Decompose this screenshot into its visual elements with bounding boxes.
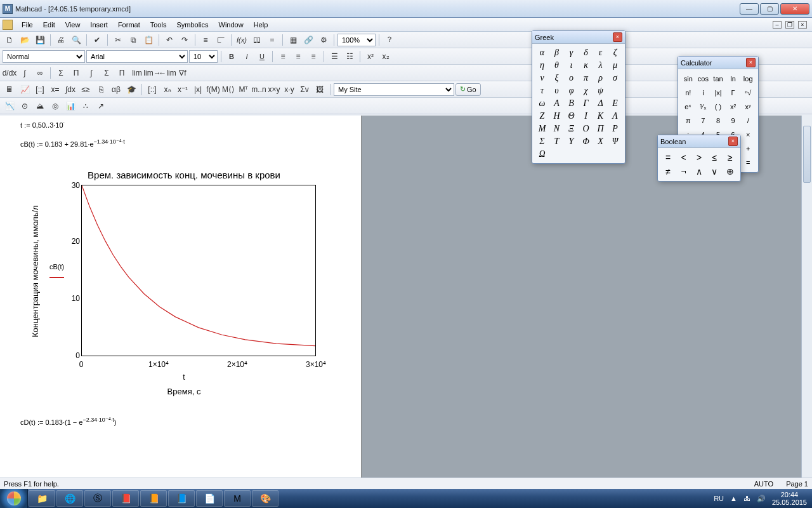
tray-lang[interactable]: RU: [714, 495, 724, 502]
greek-cell[interactable]: σ: [608, 72, 622, 84]
calc-cell[interactable]: π: [681, 114, 696, 128]
col-icon[interactable]: M⟨⟩: [221, 83, 235, 97]
greek-cell[interactable]: Λ: [608, 110, 622, 123]
redo-icon[interactable]: ↷: [178, 33, 192, 47]
sumv-icon[interactable]: Σv: [298, 83, 311, 97]
program-palette-icon[interactable]: ⎘: [94, 83, 108, 97]
calc-cell[interactable]: n!: [681, 86, 696, 100]
subscript-icon[interactable]: x₂: [379, 50, 393, 64]
sum2-icon[interactable]: Σ: [100, 66, 114, 80]
insert-table-icon[interactable]: ▦: [286, 33, 300, 47]
task-skype[interactable]: Ⓢ: [84, 490, 111, 507]
open-icon[interactable]: 📂: [18, 33, 32, 47]
paste-icon[interactable]: 📋: [141, 33, 155, 47]
greek-cell[interactable]: [608, 84, 622, 97]
maximize-button[interactable]: ▢: [760, 3, 779, 15]
minimize-button[interactable]: —: [740, 3, 759, 15]
document-area[interactable]: t := 0,50..3·10· cB(t) := 0.183 + 29.81·…: [0, 116, 362, 478]
zoom-select[interactable]: 100%: [337, 34, 376, 46]
task-doc2[interactable]: 📄: [196, 490, 223, 507]
task-reader[interactable]: 📕: [112, 490, 139, 507]
align-left-icon[interactable]: ≡: [276, 50, 290, 64]
greek-cell[interactable]: Υ: [564, 135, 579, 148]
calc-cell[interactable]: ⁿ√: [740, 86, 756, 100]
integral2-icon[interactable]: ∫: [84, 66, 98, 80]
vertical-scrollbar[interactable]: [801, 116, 812, 478]
menu-format[interactable]: Format: [113, 20, 145, 30]
transpose-icon[interactable]: Mᵀ: [237, 83, 251, 97]
mdi-close[interactable]: ×: [798, 21, 807, 29]
limit-icon[interactable]: lim: [130, 66, 144, 80]
greek-cell[interactable]: κ: [579, 59, 593, 72]
greek-cell[interactable]: Ν: [549, 123, 564, 135]
infinity-icon[interactable]: ∞: [33, 66, 47, 80]
greek-cell[interactable]: Ξ: [564, 123, 579, 135]
bool-cell[interactable]: ∧: [691, 164, 707, 178]
menu-edit[interactable]: Edit: [38, 20, 60, 30]
symbolic-palette-icon[interactable]: 🎓: [124, 83, 138, 97]
greek-cell[interactable]: Π: [593, 123, 608, 135]
limit-l-icon[interactable]: ←lim: [160, 66, 174, 80]
greek-cell[interactable]: [549, 148, 564, 161]
calc-cell[interactable]: xʸ: [740, 100, 756, 114]
greek-cell[interactable]: Κ: [593, 110, 608, 123]
calc-cell[interactable]: x²: [726, 100, 741, 114]
font-select[interactable]: Arial: [86, 50, 188, 63]
menu-help[interactable]: Help: [249, 20, 273, 30]
subscript2-icon[interactable]: xₙ: [160, 83, 174, 97]
limit-r-icon[interactable]: lim→: [145, 66, 159, 80]
mdi-min[interactable]: –: [773, 21, 782, 29]
preview-icon[interactable]: 🔍: [69, 33, 83, 47]
eval-palette-icon[interactable]: x=: [48, 83, 62, 97]
bold-icon[interactable]: B: [225, 50, 239, 64]
3dbar-plot-icon[interactable]: 📊: [63, 99, 77, 113]
greek-cell[interactable]: ι: [564, 59, 579, 72]
greek-cell[interactable]: Θ: [564, 110, 579, 123]
integral-icon[interactable]: ∫: [18, 66, 32, 80]
bool-cell[interactable]: ≤: [707, 150, 722, 164]
style-select[interactable]: Normal: [3, 50, 85, 63]
bool-cell[interactable]: <: [676, 150, 691, 164]
copy-icon[interactable]: ⧉: [126, 33, 140, 47]
menu-view[interactable]: View: [60, 20, 86, 30]
greek-cell[interactable]: λ: [593, 59, 608, 72]
italic-icon[interactable]: I: [240, 50, 254, 64]
calc-cell[interactable]: ( ): [710, 100, 726, 114]
greek-cell[interactable]: Χ: [593, 135, 608, 148]
task-mathcad[interactable]: M: [224, 490, 251, 507]
graph-palette-icon[interactable]: 📈: [18, 83, 32, 97]
superscript-icon[interactable]: x²: [363, 50, 377, 64]
calc-cell[interactable]: cos: [696, 72, 711, 86]
greek-cell[interactable]: ω: [535, 97, 549, 110]
bool-cell[interactable]: =: [660, 150, 676, 164]
task-paint[interactable]: 🎨: [252, 490, 278, 507]
calc-cell[interactable]: Γ: [726, 86, 741, 100]
print-icon[interactable]: 🖨: [54, 33, 68, 47]
calc-cell[interactable]: =: [740, 156, 756, 170]
greek-cell[interactable]: μ: [608, 59, 622, 72]
eq-t[interactable]: t := 0,50..3·10·: [20, 119, 65, 129]
matrix-palette-icon[interactable]: [::]: [33, 83, 47, 97]
tray-volume-icon[interactable]: 🔊: [757, 495, 766, 503]
calc-cell[interactable]: ln: [726, 72, 741, 86]
site-select[interactable]: My Site: [334, 83, 454, 96]
greek-cell[interactable]: Τ: [549, 135, 564, 148]
derivative-icon[interactable]: d/dx: [3, 66, 16, 80]
menu-file[interactable]: File: [16, 20, 38, 30]
menu-symbolics[interactable]: Symbolics: [171, 20, 213, 30]
boolean-palette-icon[interactable]: ≤≥: [79, 83, 93, 97]
calc-cell[interactable]: ¹⁄ₓ: [696, 100, 711, 114]
calc-cell[interactable]: i: [696, 86, 711, 100]
size-select[interactable]: 10: [189, 50, 218, 63]
task-ppt[interactable]: 📙: [140, 490, 167, 507]
bullets-icon[interactable]: ☰: [327, 50, 341, 64]
greek-close-icon[interactable]: ×: [613, 32, 622, 42]
calculator-palette-icon[interactable]: 🖩: [3, 83, 16, 97]
greek-cell[interactable]: φ: [564, 84, 579, 97]
fx-icon[interactable]: f(x): [235, 33, 249, 47]
scatter-plot-icon[interactable]: ∴: [79, 99, 93, 113]
calc-close-icon[interactable]: ×: [746, 58, 756, 67]
cross-icon[interactable]: x×y: [267, 83, 281, 97]
greek-cell[interactable]: ε: [593, 46, 608, 59]
boolean-palette[interactable]: Boolean× =<>≤≥≠¬∧∨⊕: [657, 135, 741, 182]
